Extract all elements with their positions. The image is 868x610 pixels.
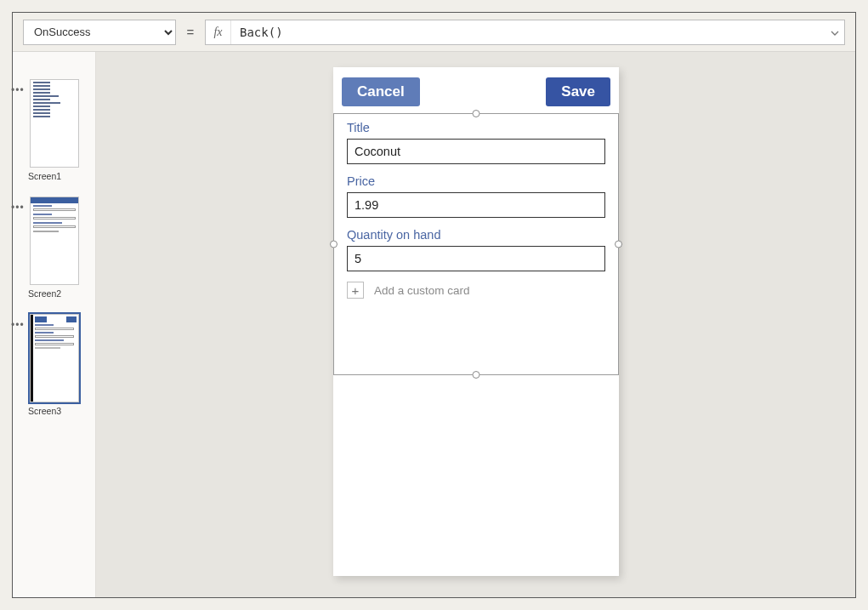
screens-panel: ••• Screen1 ••• Screen2 ••• <box>13 52 96 597</box>
card-quantity[interactable]: Quantity on hand <box>347 228 605 271</box>
save-button[interactable]: Save <box>546 77 610 106</box>
app-header: Cancel Save <box>333 73 619 111</box>
price-input[interactable] <box>347 192 605 218</box>
more-icon[interactable]: ••• <box>11 319 25 331</box>
fx-label: fx <box>206 20 231 44</box>
thumbnail-row-2: ••• Screen2 <box>13 197 95 314</box>
thumbnail-label: Screen2 <box>20 288 88 299</box>
app-preview: Cancel Save Title Price Quantity on hand… <box>333 67 619 576</box>
formula-input-container: fx <box>205 20 845 45</box>
screen-thumbnail-2[interactable] <box>30 197 79 285</box>
equals-label: = <box>184 25 196 39</box>
plus-icon[interactable]: + <box>347 282 364 299</box>
formula-bar: OnSuccess = fx <box>13 13 855 52</box>
editor-frame: OnSuccess = fx ••• Screen1 ••• <box>12 12 856 598</box>
card-price[interactable]: Price <box>347 174 605 218</box>
screen-thumbnail-1[interactable] <box>30 79 79 168</box>
thumbnail-row-1: ••• Screen1 <box>13 79 95 197</box>
title-input[interactable] <box>347 139 605 164</box>
thumbnail-label: Screen1 <box>20 171 88 181</box>
cancel-button[interactable]: Cancel <box>342 77 420 106</box>
canvas[interactable]: Cancel Save Title Price Quantity on hand… <box>96 52 855 597</box>
more-icon[interactable]: ••• <box>11 202 25 214</box>
screen-thumbnail-3[interactable] <box>30 314 79 402</box>
quantity-input[interactable] <box>347 246 605 271</box>
field-label: Quantity on hand <box>347 228 605 242</box>
field-label: Title <box>347 121 605 134</box>
field-label: Price <box>347 174 605 188</box>
add-card-label: Add a custom card <box>374 284 470 297</box>
card-title[interactable]: Title <box>347 121 605 164</box>
property-select[interactable]: OnSuccess <box>23 20 176 45</box>
thumbnail-label: Screen3 <box>20 406 88 416</box>
more-icon[interactable]: ••• <box>11 84 25 96</box>
formula-input[interactable] <box>231 20 825 44</box>
add-card-row[interactable]: + Add a custom card <box>347 282 605 299</box>
thumbnail-row-3: ••• Screen3 <box>13 314 95 431</box>
chevron-down-icon[interactable] <box>825 27 844 37</box>
edit-form[interactable]: Title Price Quantity on hand + Add a cus… <box>333 111 619 299</box>
